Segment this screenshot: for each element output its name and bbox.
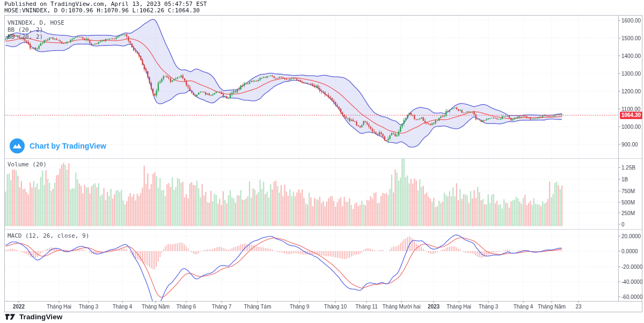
- footer-brand-link[interactable]: TradingView: [5, 313, 62, 321]
- last-price-badge: 1064.30: [620, 112, 642, 119]
- tv-watermark-link[interactable]: Chart by TradingView: [10, 138, 106, 153]
- watermark-text: Chart by TradingView: [30, 142, 106, 150]
- tradingview-snapshot: Published on TradingView.com, April 13, …: [0, 0, 644, 323]
- symbol-ohlc-line: HOSE:VNINDEX, D O:1070.96 H:1070.96 L:10…: [4, 8, 207, 14]
- tradingview-cloud-logo-icon: [10, 138, 25, 153]
- footer-brand: TradingView: [19, 313, 62, 321]
- tradingview-footer-logo-icon: [5, 313, 16, 321]
- chart-canvas[interactable]: [0, 0, 644, 323]
- header: Published on TradingView.com, April 13, …: [4, 1, 207, 14]
